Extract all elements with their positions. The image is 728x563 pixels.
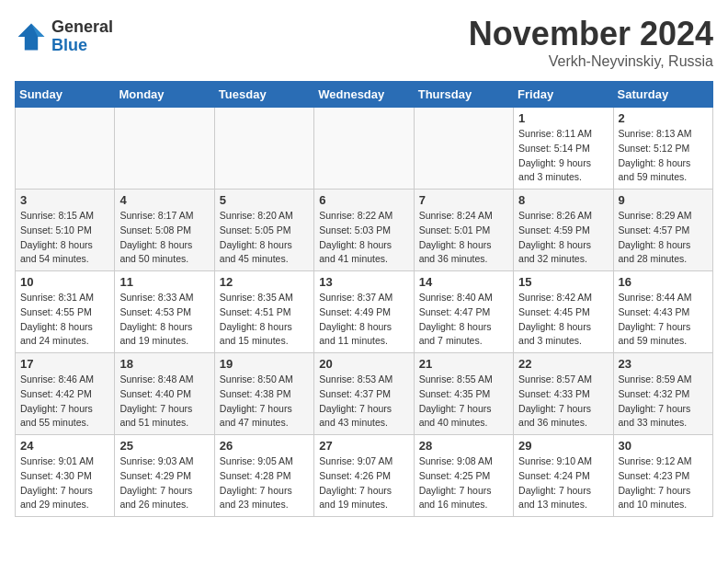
day-number: 8 bbox=[518, 193, 608, 207]
day-detail: Sunrise: 9:08 AMSunset: 4:25 PMDaylight:… bbox=[419, 454, 508, 512]
title-area: November 2024 Verkh-Neyvinskiy, Russia bbox=[469, 15, 713, 70]
calendar-cell: 25Sunrise: 9:03 AMSunset: 4:29 PMDayligh… bbox=[115, 435, 214, 517]
day-number: 9 bbox=[619, 193, 708, 207]
day-detail: Sunrise: 9:01 AMSunset: 4:30 PMDaylight:… bbox=[20, 454, 109, 512]
calendar-cell: 20Sunrise: 8:53 AMSunset: 4:37 PMDayligh… bbox=[314, 353, 414, 435]
logo-icon bbox=[15, 20, 48, 53]
calendar-cell: 15Sunrise: 8:42 AMSunset: 4:45 PMDayligh… bbox=[514, 271, 613, 353]
calendar-cell: 17Sunrise: 8:46 AMSunset: 4:42 PMDayligh… bbox=[16, 353, 115, 435]
day-number: 27 bbox=[319, 439, 408, 453]
header-day-friday: Friday bbox=[514, 82, 613, 108]
day-number: 20 bbox=[319, 357, 408, 371]
calendar-cell: 29Sunrise: 9:10 AMSunset: 4:24 PMDayligh… bbox=[514, 435, 613, 517]
day-number: 15 bbox=[518, 275, 608, 289]
calendar-cell: 12Sunrise: 8:35 AMSunset: 4:51 PMDayligh… bbox=[214, 271, 313, 353]
calendar-cell: 16Sunrise: 8:44 AMSunset: 4:43 PMDayligh… bbox=[613, 271, 712, 353]
calendar-cell: 23Sunrise: 8:59 AMSunset: 4:32 PMDayligh… bbox=[613, 353, 712, 435]
day-number: 5 bbox=[220, 193, 309, 207]
day-detail: Sunrise: 8:46 AMSunset: 4:42 PMDaylight:… bbox=[20, 373, 109, 431]
day-number: 19 bbox=[220, 357, 309, 371]
day-detail: Sunrise: 8:33 AMSunset: 4:53 PMDaylight:… bbox=[119, 291, 209, 349]
day-detail: Sunrise: 8:11 AMSunset: 5:14 PMDaylight:… bbox=[518, 127, 608, 185]
logo-blue-text: Blue bbox=[51, 37, 113, 55]
logo-general-text: General bbox=[51, 18, 113, 37]
calendar-table: SundayMondayTuesdayWednesdayThursdayFrid… bbox=[15, 81, 713, 517]
header-row: SundayMondayTuesdayWednesdayThursdayFrid… bbox=[16, 82, 713, 108]
day-detail: Sunrise: 8:59 AMSunset: 4:32 PMDaylight:… bbox=[619, 373, 708, 431]
calendar-cell bbox=[16, 108, 115, 190]
calendar-cell: 8Sunrise: 8:26 AMSunset: 4:59 PMDaylight… bbox=[514, 190, 613, 271]
day-detail: Sunrise: 8:42 AMSunset: 4:45 PMDaylight:… bbox=[518, 291, 608, 349]
day-detail: Sunrise: 8:50 AMSunset: 4:38 PMDaylight:… bbox=[220, 373, 309, 431]
day-number: 6 bbox=[319, 193, 408, 207]
day-number: 1 bbox=[518, 111, 608, 125]
header-day-saturday: Saturday bbox=[613, 82, 712, 108]
day-detail: Sunrise: 9:07 AMSunset: 4:26 PMDaylight:… bbox=[319, 454, 408, 512]
calendar-cell bbox=[414, 108, 513, 190]
day-detail: Sunrise: 8:13 AMSunset: 5:12 PMDaylight:… bbox=[619, 127, 708, 185]
calendar-cell: 26Sunrise: 9:05 AMSunset: 4:28 PMDayligh… bbox=[214, 435, 313, 517]
day-detail: Sunrise: 9:12 AMSunset: 4:23 PMDaylight:… bbox=[619, 454, 708, 512]
calendar-cell: 7Sunrise: 8:24 AMSunset: 5:01 PMDaylight… bbox=[414, 190, 513, 271]
day-number: 7 bbox=[419, 193, 508, 207]
location-title: Verkh-Neyvinskiy, Russia bbox=[469, 53, 713, 70]
day-detail: Sunrise: 9:03 AMSunset: 4:29 PMDaylight:… bbox=[119, 454, 209, 512]
calendar-cell: 2Sunrise: 8:13 AMSunset: 5:12 PMDaylight… bbox=[613, 108, 712, 190]
week-row-4: 17Sunrise: 8:46 AMSunset: 4:42 PMDayligh… bbox=[16, 353, 713, 435]
calendar-cell: 4Sunrise: 8:17 AMSunset: 5:08 PMDaylight… bbox=[115, 190, 214, 271]
day-number: 17 bbox=[20, 357, 109, 371]
header-day-monday: Monday bbox=[115, 82, 214, 108]
calendar-cell: 30Sunrise: 9:12 AMSunset: 4:23 PMDayligh… bbox=[613, 435, 712, 517]
calendar-cell: 11Sunrise: 8:33 AMSunset: 4:53 PMDayligh… bbox=[115, 271, 214, 353]
calendar-cell bbox=[314, 108, 414, 190]
header-day-thursday: Thursday bbox=[414, 82, 513, 108]
calendar-cell: 9Sunrise: 8:29 AMSunset: 4:57 PMDaylight… bbox=[613, 190, 712, 271]
day-detail: Sunrise: 8:15 AMSunset: 5:10 PMDaylight:… bbox=[20, 209, 109, 267]
day-number: 4 bbox=[119, 193, 209, 207]
calendar-cell bbox=[115, 108, 214, 190]
calendar-cell: 13Sunrise: 8:37 AMSunset: 4:49 PMDayligh… bbox=[314, 271, 414, 353]
day-number: 12 bbox=[220, 275, 309, 289]
day-detail: Sunrise: 8:37 AMSunset: 4:49 PMDaylight:… bbox=[319, 291, 408, 349]
day-number: 24 bbox=[20, 439, 109, 453]
day-detail: Sunrise: 8:31 AMSunset: 4:55 PMDaylight:… bbox=[20, 291, 109, 349]
header-day-wednesday: Wednesday bbox=[314, 82, 414, 108]
day-detail: Sunrise: 9:10 AMSunset: 4:24 PMDaylight:… bbox=[518, 454, 608, 512]
week-row-5: 24Sunrise: 9:01 AMSunset: 4:30 PMDayligh… bbox=[16, 435, 713, 517]
day-number: 21 bbox=[419, 357, 508, 371]
day-detail: Sunrise: 8:57 AMSunset: 4:33 PMDaylight:… bbox=[518, 373, 608, 431]
calendar-cell: 6Sunrise: 8:22 AMSunset: 5:03 PMDaylight… bbox=[314, 190, 414, 271]
day-number: 23 bbox=[619, 357, 708, 371]
day-detail: Sunrise: 8:40 AMSunset: 4:47 PMDaylight:… bbox=[419, 291, 508, 349]
day-number: 3 bbox=[20, 193, 109, 207]
calendar-cell: 18Sunrise: 8:48 AMSunset: 4:40 PMDayligh… bbox=[115, 353, 214, 435]
header-day-sunday: Sunday bbox=[16, 82, 115, 108]
day-detail: Sunrise: 8:44 AMSunset: 4:43 PMDaylight:… bbox=[619, 291, 708, 349]
day-number: 28 bbox=[419, 439, 508, 453]
calendar-cell: 22Sunrise: 8:57 AMSunset: 4:33 PMDayligh… bbox=[514, 353, 613, 435]
calendar-cell: 28Sunrise: 9:08 AMSunset: 4:25 PMDayligh… bbox=[414, 435, 513, 517]
day-detail: Sunrise: 8:53 AMSunset: 4:37 PMDaylight:… bbox=[319, 373, 408, 431]
day-number: 22 bbox=[518, 357, 608, 371]
calendar-cell: 3Sunrise: 8:15 AMSunset: 5:10 PMDaylight… bbox=[16, 190, 115, 271]
calendar-cell: 10Sunrise: 8:31 AMSunset: 4:55 PMDayligh… bbox=[16, 271, 115, 353]
day-detail: Sunrise: 8:29 AMSunset: 4:57 PMDaylight:… bbox=[619, 209, 708, 267]
calendar-cell: 27Sunrise: 9:07 AMSunset: 4:26 PMDayligh… bbox=[314, 435, 414, 517]
week-row-2: 3Sunrise: 8:15 AMSunset: 5:10 PMDaylight… bbox=[16, 190, 713, 271]
day-detail: Sunrise: 8:22 AMSunset: 5:03 PMDaylight:… bbox=[319, 209, 408, 267]
calendar-cell: 19Sunrise: 8:50 AMSunset: 4:38 PMDayligh… bbox=[214, 353, 313, 435]
day-number: 16 bbox=[619, 275, 708, 289]
day-detail: Sunrise: 8:17 AMSunset: 5:08 PMDaylight:… bbox=[119, 209, 209, 267]
day-number: 25 bbox=[119, 439, 209, 453]
day-number: 14 bbox=[419, 275, 508, 289]
day-number: 13 bbox=[319, 275, 408, 289]
day-detail: Sunrise: 8:20 AMSunset: 5:05 PMDaylight:… bbox=[220, 209, 309, 267]
calendar-cell: 5Sunrise: 8:20 AMSunset: 5:05 PMDaylight… bbox=[214, 190, 313, 271]
calendar-cell bbox=[214, 108, 313, 190]
week-row-1: 1Sunrise: 8:11 AMSunset: 5:14 PMDaylight… bbox=[16, 108, 713, 190]
page-header: General Blue November 2024 Verkh-Neyvins… bbox=[15, 15, 713, 70]
day-number: 30 bbox=[619, 439, 708, 453]
day-number: 2 bbox=[619, 111, 708, 125]
day-number: 10 bbox=[20, 275, 109, 289]
day-number: 11 bbox=[119, 275, 209, 289]
